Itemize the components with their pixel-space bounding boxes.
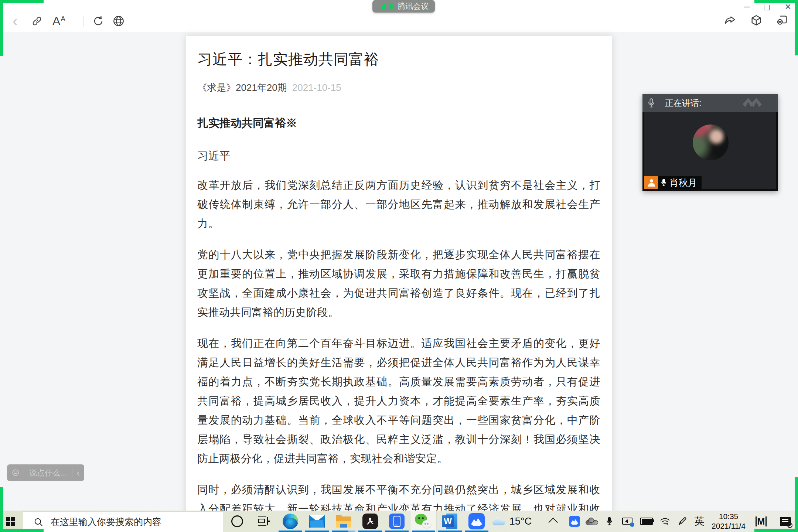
refresh-icon[interactable] <box>92 15 104 27</box>
toolbar-divider <box>83 16 83 27</box>
pen-icon <box>678 516 687 526</box>
tray-tencent-meeting[interactable] <box>566 516 583 527</box>
share-border-bottom-right <box>754 529 798 532</box>
tray-wifi[interactable] <box>656 517 674 526</box>
tray-pen[interactable] <box>674 516 691 526</box>
comment-bar[interactable]: 说点什么... ‹ <box>7 464 84 481</box>
close-icon: ✕ <box>785 2 791 12</box>
back-icon[interactable]: ‹ <box>13 16 18 27</box>
share-border-bottom-right <box>795 477 798 532</box>
notification-icon <box>780 517 791 526</box>
share-border-top-right <box>795 0 798 55</box>
participant-avatar <box>693 125 729 160</box>
tray-ime-app[interactable]: M <box>749 516 773 526</box>
share-border-bottom-left <box>0 487 3 532</box>
mail-icon <box>309 515 325 528</box>
tencent-meeting-watermark-icon <box>743 98 765 108</box>
action-center-button[interactable] <box>773 517 798 526</box>
taskbar-search[interactable]: 在这里输入你要搜索的内容 <box>23 511 223 532</box>
article-paragraph: 现在，我们正在向第二个百年奋斗目标迈进。适应我国社会主要矛盾的变化，更好满足人民… <box>197 334 600 468</box>
edge-icon <box>283 514 298 529</box>
taskbar-item-file-explorer[interactable] <box>330 511 357 532</box>
article-source: 《求是》2021年20期 <box>197 81 287 94</box>
minimize-button[interactable] <box>742 2 751 12</box>
wifi-icon <box>660 517 670 526</box>
reader-window: ✕ ‹ AA <box>0 0 798 511</box>
cortana-icon <box>231 515 243 527</box>
meeting-floating-panel[interactable]: 正在讲话: 肖秋月 <box>642 94 778 191</box>
article-paragraph: 改革开放后，我们党深刻总结正反两方面历史经验，认识到贫穷不是社会主义，打破传统体… <box>197 175 600 233</box>
taskbar-item-word[interactable]: W <box>437 511 463 532</box>
copy-link-icon[interactable] <box>31 15 43 27</box>
weather-widget[interactable]: 15°C <box>491 516 532 527</box>
tray-microphone[interactable] <box>601 516 618 526</box>
host-badge-icon <box>644 176 658 189</box>
participant-name-bar: 肖秋月 <box>644 176 702 189</box>
your-phone-icon <box>389 514 405 529</box>
article-author: 习近平 <box>197 149 600 164</box>
taskbar-item-your-phone[interactable] <box>383 511 410 532</box>
meeting-status-badge[interactable]: 腾讯会议 <box>372 0 435 13</box>
tray-onedrive[interactable] <box>583 518 601 525</box>
clock-date: 2021/11/4 <box>712 521 746 531</box>
onedrive-icon <box>586 518 598 525</box>
hidden-icons-button[interactable] <box>542 518 566 525</box>
battery-icon <box>640 518 653 525</box>
taskbar-item-task-view[interactable] <box>250 511 277 532</box>
taskbar-item-mail[interactable] <box>304 511 330 532</box>
tray-cast[interactable] <box>618 517 637 526</box>
share-border-top-left <box>0 0 44 3</box>
focus-assist-moon-icon <box>787 523 792 528</box>
meeting-badge-label: 腾讯会议 <box>398 1 429 11</box>
task-view-icon <box>258 516 269 526</box>
taskbar-item-tencent-meeting[interactable] <box>463 511 490 532</box>
share-icon[interactable] <box>724 14 737 27</box>
weather-temp: 15°C <box>509 516 532 527</box>
share-border-bottom-left <box>0 529 44 532</box>
tray-battery[interactable] <box>637 518 656 525</box>
meeting-live-dot-icon <box>389 4 394 9</box>
weather-cloud-icon <box>492 517 505 525</box>
word-icon: W <box>442 514 458 529</box>
font-size-icon[interactable]: AA <box>52 15 65 27</box>
article-title: 习近平：扎实推动共同富裕 <box>197 49 600 69</box>
close-button[interactable]: ✕ <box>783 2 793 12</box>
chevron-up-icon <box>548 518 557 527</box>
tencent-meeting-tray-icon <box>569 516 580 527</box>
system-tray: 15°C <box>491 511 798 532</box>
participant-video-tile[interactable]: 肖秋月 <box>642 112 778 191</box>
clock[interactable]: 10:35 2021/11/4 <box>708 512 749 531</box>
minimize-icon <box>744 7 750 7</box>
participant-mic-icon <box>661 179 666 187</box>
header-divider <box>660 98 660 108</box>
mini-program-cube-icon[interactable] <box>750 14 763 27</box>
taskbar: 在这里输入你要搜索的内容 W <box>0 511 798 532</box>
search-placeholder: 在这里输入你要搜索的内容 <box>51 516 161 528</box>
signal-bars-icon <box>379 3 385 10</box>
restore-icon <box>764 5 770 10</box>
clock-time: 10:35 <box>712 512 746 521</box>
share-border-top-right <box>754 0 798 3</box>
article-paragraph: 党的十八大以来，党中央把握发展阶段新变化，把逐步实现全体人民共同富裕摆在更加重要… <box>197 245 600 322</box>
globe-icon[interactable] <box>112 15 125 27</box>
wechat-icon <box>415 514 432 529</box>
ime-indicator[interactable]: 英 <box>691 515 708 528</box>
emoji-icon[interactable] <box>12 468 19 478</box>
comment-input[interactable]: 说点什么... <box>24 468 72 478</box>
float-window-icon[interactable] <box>776 14 788 27</box>
taskbar-item-cortana[interactable] <box>224 511 250 532</box>
cast-icon <box>622 517 633 526</box>
participant-name: 肖秋月 <box>669 177 697 189</box>
restore-button[interactable] <box>763 2 772 12</box>
taskbar-app-icons: W <box>224 511 490 532</box>
windows-logo-icon <box>6 517 15 526</box>
speaking-label: 正在讲话: <box>665 98 701 109</box>
article-heading: 扎实推动共同富裕※ <box>197 116 600 131</box>
article-page: 习近平：扎实推动共同富裕 《求是》2021年20期 2021-10-15 扎实推… <box>186 36 612 527</box>
collapse-icon[interactable]: ‹ <box>72 469 84 477</box>
taskbar-item-acrobat[interactable] <box>357 511 383 532</box>
taskbar-item-wechat[interactable] <box>410 511 437 532</box>
share-border-top-left <box>0 0 3 56</box>
file-explorer-icon <box>336 515 351 528</box>
taskbar-item-edge[interactable] <box>277 511 304 532</box>
